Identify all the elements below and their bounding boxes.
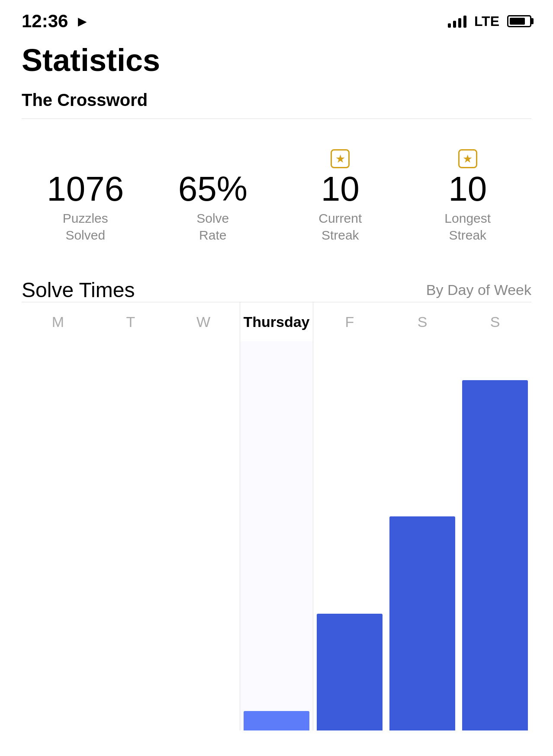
stat-value-current: 10 xyxy=(321,172,360,206)
stat-value-longest: 10 xyxy=(448,172,487,206)
stat-value-puzzles: 1076 xyxy=(47,172,124,206)
status-right: LTE xyxy=(448,13,531,29)
bar-thursday[interactable] xyxy=(240,341,313,730)
stat-value-rate: 65% xyxy=(178,172,248,206)
bar-sunday-fill xyxy=(462,380,528,730)
bar-saturday[interactable] xyxy=(386,341,459,730)
status-bar: 12:36 ► LTE xyxy=(0,0,553,35)
day-friday[interactable]: F xyxy=(313,302,386,341)
signal-icon xyxy=(448,15,466,28)
status-time: 12:36 ► xyxy=(22,11,90,32)
stat-longest-streak: ★ 10 LongestStreak xyxy=(404,149,532,243)
stats-grid: 1076 PuzzlesSolved 65% SolveRate ★ 10 Cu… xyxy=(22,141,531,269)
time-display: 12:36 xyxy=(22,11,68,32)
stat-solve-rate: 65% SolveRate xyxy=(149,149,277,243)
stat-icon-longest: ★ xyxy=(458,149,477,168)
star-badge-current: ★ xyxy=(331,149,350,168)
day-saturday[interactable]: S xyxy=(386,302,459,341)
bar-thursday-fill xyxy=(244,711,309,730)
days-row: M T W Thursday F S S xyxy=(22,302,531,341)
stat-label-rate: SolveRate xyxy=(196,210,229,243)
location-icon: ► xyxy=(75,13,90,30)
page-title: Statistics xyxy=(22,43,531,77)
bar-friday-fill xyxy=(317,614,383,730)
stat-label-longest: LongestStreak xyxy=(444,210,491,243)
solve-times-title: Solve Times xyxy=(22,278,135,302)
stat-icon-current: ★ xyxy=(331,149,350,168)
bar-wednesday[interactable] xyxy=(167,341,240,730)
stat-label-current: CurrentStreak xyxy=(318,210,362,243)
stat-puzzles-solved: 1076 PuzzlesSolved xyxy=(22,149,149,243)
lte-label: LTE xyxy=(474,13,499,29)
page-content: Statistics The Crossword 1076 PuzzlesSol… xyxy=(0,35,553,730)
bar-tuesday[interactable] xyxy=(94,341,167,730)
bar-sunday[interactable] xyxy=(459,341,531,730)
by-day-filter[interactable]: By Day of Week xyxy=(426,282,531,298)
day-wednesday[interactable]: W xyxy=(167,302,240,341)
day-thursday[interactable]: Thursday xyxy=(240,302,313,341)
day-tuesday[interactable]: T xyxy=(94,302,167,341)
bar-monday[interactable] xyxy=(22,341,94,730)
battery-icon xyxy=(507,15,531,27)
day-monday[interactable]: M xyxy=(22,302,94,341)
bar-friday[interactable] xyxy=(313,341,386,730)
chart-container: M T W Thursday F S S xyxy=(22,302,531,730)
star-badge-longest: ★ xyxy=(458,149,477,168)
section-label: The Crossword xyxy=(22,90,531,119)
bars-area xyxy=(22,341,531,730)
stat-label-puzzles: PuzzlesSolved xyxy=(63,210,108,243)
bar-saturday-fill xyxy=(389,516,455,730)
stat-current-streak: ★ 10 CurrentStreak xyxy=(276,149,404,243)
solve-times-header: Solve Times By Day of Week xyxy=(22,269,531,302)
day-sunday[interactable]: S xyxy=(459,302,531,341)
